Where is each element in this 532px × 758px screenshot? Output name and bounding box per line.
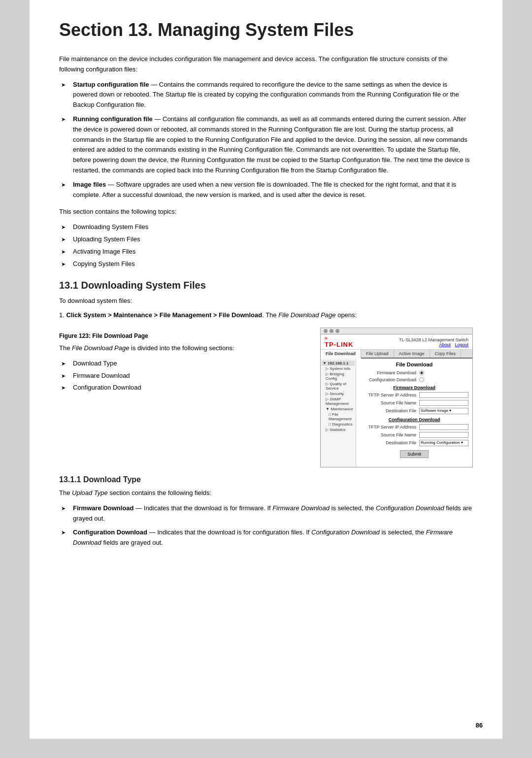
config-section-header: Configuration Download <box>360 417 468 422</box>
tp-body: ▼ 192.168.1.1 ▷ System Info ▷ Bridging C… <box>321 359 472 467</box>
config-source-row: Source File Name <box>360 432 468 438</box>
firmware-dest-select[interactable]: Software Image ▾ <box>419 408 468 414</box>
cd-italic1: Configuration Download <box>311 528 380 536</box>
running-dash: — <box>153 115 163 123</box>
intro-paragraph: File maintenance on the device includes … <box>59 54 473 75</box>
config-radio-label: Configuration Download <box>360 377 419 382</box>
sidebar-file-mgmt[interactable]: □ File Management <box>322 412 355 422</box>
startup-dash: — <box>149 81 159 88</box>
firmware-tftp-input[interactable] <box>419 392 468 398</box>
firmware-dest-label: Destination File <box>360 408 419 413</box>
topics-list: Downloading System Files Uploading Syste… <box>59 222 473 269</box>
page-number: 86 <box>476 722 483 729</box>
list-item-startup: Startup configuration file — Contains th… <box>59 80 473 110</box>
fw-italic1: Firmware Download <box>272 504 330 512</box>
firmware-radio[interactable] <box>419 370 424 375</box>
logout-link[interactable]: Logout <box>455 342 468 347</box>
section-config: Configuration Download <box>59 383 308 393</box>
sidebar-snmp[interactable]: ▷ SNMP Management <box>322 396 355 406</box>
content-title: File Download <box>360 362 468 367</box>
sidebar-system-info[interactable]: ▷ System Info <box>322 366 355 371</box>
tp-logo-sub: ® <box>325 336 353 341</box>
config-source-label: Source File Name <box>360 432 419 437</box>
firmware-download-item: Firmware Download — Indicates that the d… <box>59 503 473 524</box>
step-1-italic: File Download Page <box>278 311 335 319</box>
image-dash: — <box>106 181 116 188</box>
tp-header: ® TP-LINK TL-SL3428 L2 Management Switch… <box>321 334 472 350</box>
step-1-bold: Click System > Maintenance > File Manage… <box>66 311 262 319</box>
sidebar-qos[interactable]: ▷ Quality of Service <box>322 381 355 391</box>
tab-active-image[interactable]: Active Image <box>394 350 430 358</box>
config-radio[interactable] <box>419 377 424 382</box>
firmware-tftp-row: TFTP Server IP Address <box>360 392 468 398</box>
sidebar-diagnostics[interactable]: □ Diagnostics <box>322 422 355 427</box>
firmware-dash: — <box>134 504 144 512</box>
tp-tabs: File Download File Upload Active Image C… <box>321 350 472 359</box>
sidebar-maintenance[interactable]: ▼ Maintenance <box>322 406 355 412</box>
firmware-radio-label: Firmware Download <box>360 370 419 375</box>
download-type-list: Firmware Download — Indicates that the d… <box>59 503 473 548</box>
tp-sidebar: ▼ 192.168.1.1 ▷ System Info ▷ Bridging C… <box>321 359 356 467</box>
firmware-source-label: Source File Name <box>360 400 419 405</box>
figure-left: Figure 123: File Download Page The File … <box>59 328 308 398</box>
config-dest-select[interactable]: Running Configuration ▾ <box>419 440 468 446</box>
sidebar-statistics[interactable]: ▷ Statistics <box>322 427 355 432</box>
tp-content: File Download Firmware Download Configur… <box>356 359 472 467</box>
sidebar-bridging[interactable]: ▷ Bridging Config <box>322 371 355 381</box>
config-tftp-input[interactable] <box>419 424 468 430</box>
tab-file-upload[interactable]: File Upload <box>361 350 394 358</box>
config-tftp-label: TFTP Server IP Address <box>360 425 419 429</box>
list-item-running: Running configuration file — Contains al… <box>59 114 473 176</box>
firmware-section-header: Firmware Download <box>360 385 468 390</box>
section-title: Section 13. Managing System Files <box>59 20 473 40</box>
nav-title: TL-SL3428 L2 Management Switch <box>399 337 468 342</box>
config-dest-label: Destination File <box>360 440 419 445</box>
tab-copy-files[interactable]: Copy Files <box>430 350 462 358</box>
topic-2: Uploading System Files <box>59 234 473 245</box>
chrome-dot-3 <box>335 329 339 333</box>
config-files-list: Startup configuration file — Contains th… <box>59 80 473 200</box>
tp-link-ui: ® TP-LINK TL-SL3428 L2 Management Switch… <box>320 334 473 467</box>
tab-file-download[interactable]: File Download <box>321 350 361 359</box>
divided-italic: File Download Page <box>72 344 129 352</box>
divided-text: The File Download Page is divided into t… <box>59 343 308 354</box>
sidebar-security[interactable]: ▷ Security <box>322 391 355 396</box>
image-text: Software upgrades are used when a new ve… <box>73 181 456 198</box>
figure-section: Figure 123: File Download Page The File … <box>59 328 473 467</box>
firmware-tftp-label: TFTP Server IP Address <box>360 393 419 397</box>
firmware-source-row: Source File Name <box>360 400 468 406</box>
section-download-type: Download Type <box>59 359 308 369</box>
window-chrome <box>320 328 473 334</box>
section-firmware: Firmware Download <box>59 371 308 381</box>
upload-type-italic: Upload Type <box>72 489 108 496</box>
topic-4: Copying System Files <box>59 259 473 269</box>
submit-button[interactable]: Submit <box>400 450 429 458</box>
step-1: 1. Click System > Maintenance > File Man… <box>59 310 473 321</box>
upload-type-intro: The Upload Type section contains the fol… <box>59 488 473 498</box>
image-label: Image files <box>73 181 106 188</box>
tp-logo-block: ® TP-LINK <box>325 336 353 348</box>
sidebar-ip[interactable]: ▼ 192.168.1.1 <box>322 361 355 366</box>
config-radio-row: Configuration Download <box>360 377 468 382</box>
page: Section 13. Managing System Files File m… <box>30 0 502 739</box>
config-dest-row: Destination File Running Configuration ▾ <box>360 440 468 446</box>
topic-1: Downloading System Files <box>59 222 473 232</box>
firmware-source-input[interactable] <box>419 400 468 406</box>
firmware-download-label: Firmware Download <box>73 504 134 512</box>
download-intro: To download system files: <box>59 296 473 306</box>
section-13-1-title: 13.1 Downloading System Files <box>59 280 473 291</box>
firmware-radio-row: Firmware Download <box>360 370 468 375</box>
about-link[interactable]: About <box>439 342 451 347</box>
config-source-input[interactable] <box>419 432 468 438</box>
topic-3: Activating Image Files <box>59 247 473 257</box>
firmware-dest-row: Destination File Software Image ▾ <box>360 408 468 414</box>
config-download-label: Configuration Download <box>73 528 147 536</box>
topics-intro: This section contains the following topi… <box>59 207 473 217</box>
sections-list: Download Type Firmware Download Configur… <box>59 359 308 393</box>
startup-label: Startup configuration file <box>73 81 149 88</box>
running-text: Contains all configuration file commands… <box>73 115 470 174</box>
chrome-dot-2 <box>330 329 333 333</box>
figure-caption: Figure 123: File Download Page <box>59 332 308 339</box>
config-download-item: Configuration Download — Indicates that … <box>59 527 473 548</box>
config-tftp-row: TFTP Server IP Address <box>360 424 468 430</box>
